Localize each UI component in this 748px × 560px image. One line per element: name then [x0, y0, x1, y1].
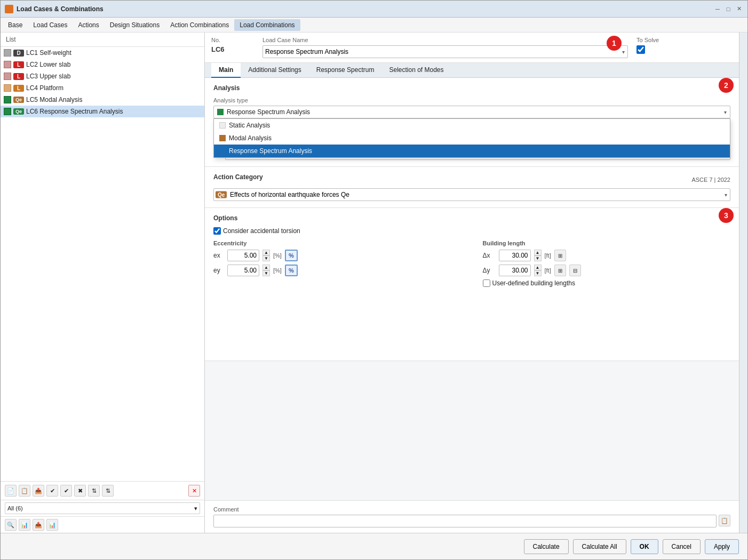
option-color-static — [219, 122, 226, 129]
ey-up-spinner[interactable]: ▲ — [262, 265, 270, 270]
delta-y-up-spinner[interactable]: ▲ — [534, 265, 542, 270]
menu-action-combinations[interactable]: Action Combinations — [165, 19, 234, 31]
option-modal-analysis[interactable]: Modal Analysis — [214, 132, 730, 145]
ex-input[interactable] — [227, 250, 259, 261]
item-tag-lc4: L — [13, 85, 24, 92]
delta-y-icon-btn[interactable]: ⊞ — [554, 265, 566, 276]
red-x-button[interactable]: ✕ — [188, 485, 200, 497]
ex-up-spinner[interactable]: ▲ — [262, 250, 270, 255]
delta-y-down-spinner[interactable]: ▼ — [534, 270, 542, 276]
action-category-select[interactable]: Effects of horizontal earthquake forces … — [213, 188, 730, 201]
to-solve-checkbox[interactable] — [636, 45, 645, 54]
analysis-dropdown-menu: Static Analysis Modal Analysis Response … — [213, 118, 730, 158]
name-label: Load Case Name — [262, 37, 628, 43]
annotation-1: 1 — [607, 36, 622, 51]
move2-button[interactable]: ⇅ — [102, 485, 114, 497]
accidental-torsion-checkbox[interactable] — [213, 227, 221, 235]
calculate-button[interactable]: Calculate — [524, 539, 569, 554]
eccentricity-header: Eccentricity — [213, 240, 461, 246]
annotation-3: 3 — [719, 208, 734, 223]
delta-y-input[interactable] — [499, 265, 531, 276]
check1-button[interactable]: ✔ — [46, 485, 58, 497]
delta-x-input[interactable] — [499, 250, 531, 261]
ex-down-spinner[interactable]: ▼ — [262, 255, 270, 261]
option-static-analysis[interactable]: Static Analysis — [214, 119, 730, 132]
filter-dropdown[interactable]: All (6) ▾ — [5, 502, 200, 514]
tab-selection-of-modes[interactable]: Selection of Modes — [381, 63, 451, 78]
item-tag-lc1: D — [13, 50, 24, 57]
delta-x-up-spinner[interactable]: ▲ — [534, 250, 542, 255]
comment-copy-btn[interactable]: 📋 — [719, 515, 730, 526]
tab-response-spectrum[interactable]: Response Spectrum — [309, 63, 382, 78]
item-color-lc4 — [4, 84, 11, 92]
calculate-all-button[interactable]: Calculate All — [573, 539, 626, 554]
option-label-rsa: Response Spectrum Analysis — [229, 147, 312, 155]
menu-load-cases[interactable]: Load Cases — [28, 19, 73, 31]
analysis-type-container: Response Spectrum Analysis ▾ Static Anal… — [213, 106, 730, 118]
tab-additional-settings[interactable]: Additional Settings — [241, 63, 308, 78]
action-category-header: Action Category ASCE 7 | 2022 — [213, 173, 730, 186]
delete-button[interactable]: ✖ — [74, 485, 86, 497]
comment-input[interactable] — [213, 515, 717, 527]
table-btn[interactable]: 📊 — [19, 519, 30, 531]
main-content: List D LC1 Self-weight L LC2 Lower slab — [1, 33, 747, 533]
copy-button[interactable]: 📋 — [19, 485, 30, 497]
bottom-bar: Calculate Calculate All OK Cancel Apply — [1, 533, 747, 559]
list-item[interactable]: D LC1 Self-weight — [1, 47, 204, 59]
delta-x-icon-btn[interactable]: ⊞ — [554, 250, 566, 261]
load-case-name-select[interactable]: Response Spectrum Analysis — [262, 45, 628, 58]
tab-main[interactable]: Main — [211, 63, 241, 78]
delta-y-spinners: ▲ ▼ — [534, 265, 542, 276]
item-tag-lc2: L — [13, 61, 24, 68]
options-title: Options — [213, 214, 730, 222]
delta-x-down-spinner[interactable]: ▼ — [534, 255, 542, 261]
ey-spinners: ▲ ▼ — [262, 265, 270, 276]
list-item[interactable]: L LC4 Platform — [1, 82, 204, 94]
list-item-selected[interactable]: Qe LC6 Response Spectrum Analysis — [1, 106, 204, 117]
dropdown-arrow-icon: ▾ — [724, 109, 727, 115]
header-no-section: No. LC6 — [211, 37, 254, 53]
comment-label: Comment — [213, 506, 730, 513]
window-title: Load Cases & Combinations — [17, 5, 713, 13]
search-icon-btn[interactable]: 🔍 — [5, 519, 17, 531]
list-item[interactable]: L LC2 Lower slab — [1, 59, 204, 70]
chart-btn[interactable]: 📊 — [46, 519, 58, 531]
ex-unit: [%] — [273, 252, 282, 259]
move1-button[interactable]: ⇅ — [88, 485, 100, 497]
delta-y-row: Δy ▲ ▼ [ft] ⊞ ⊟ — [483, 265, 731, 276]
delta-y-unit: [ft] — [545, 267, 551, 274]
delta-y-icon-btn2[interactable]: ⊟ — [569, 265, 581, 276]
analysis-type-dropdown-trigger[interactable]: Response Spectrum Analysis ▾ — [213, 106, 730, 118]
item-color-lc3 — [4, 73, 11, 80]
ey-percent-button[interactable]: % — [285, 265, 298, 276]
list-item[interactable]: L LC3 Upper slab — [1, 70, 204, 82]
analysis-selected-text: Response Spectrum Analysis — [227, 108, 721, 116]
close-button[interactable]: ✕ — [735, 5, 743, 13]
action-select-wrapper: Effects of horizontal earthquake forces … — [213, 188, 730, 201]
add-button[interactable]: 📄 — [5, 485, 17, 497]
menu-base[interactable]: Base — [3, 19, 28, 31]
header-row: No. LC6 Load Case Name Response Spectrum… — [205, 33, 739, 63]
check2-button[interactable]: ✔ — [60, 485, 72, 497]
list-header: List — [1, 33, 204, 47]
cancel-button[interactable]: Cancel — [663, 539, 701, 554]
minimize-button[interactable]: ─ — [713, 5, 722, 13]
apply-button[interactable]: Apply — [705, 539, 739, 554]
option-color-rsa — [219, 148, 226, 154]
menu-load-combinations[interactable]: Load Combinations — [234, 19, 300, 31]
menu-actions[interactable]: Actions — [73, 19, 104, 31]
export-button[interactable]: 📤 — [33, 485, 44, 497]
menu-design-situations[interactable]: Design Situations — [105, 19, 165, 31]
option-response-spectrum[interactable]: Response Spectrum Analysis — [214, 145, 730, 157]
maximize-button[interactable]: □ — [724, 5, 733, 13]
left-bottom-toolbar: 📄 📋 📤 ✔ ✔ ✖ ⇅ ⇅ ✕ — [1, 481, 204, 500]
ey-down-spinner[interactable]: ▼ — [262, 270, 270, 276]
delta-x-unit: [ft] — [545, 252, 551, 259]
ex-percent-button[interactable]: % — [285, 250, 298, 261]
list-items: D LC1 Self-weight L LC2 Lower slab L LC3… — [1, 47, 204, 481]
user-defined-checkbox[interactable] — [483, 279, 490, 287]
list-item[interactable]: Qe LC5 Modal Analysis — [1, 94, 204, 106]
export2-btn[interactable]: 📤 — [33, 519, 44, 531]
ok-button[interactable]: OK — [631, 539, 658, 554]
ey-input[interactable] — [227, 265, 259, 276]
